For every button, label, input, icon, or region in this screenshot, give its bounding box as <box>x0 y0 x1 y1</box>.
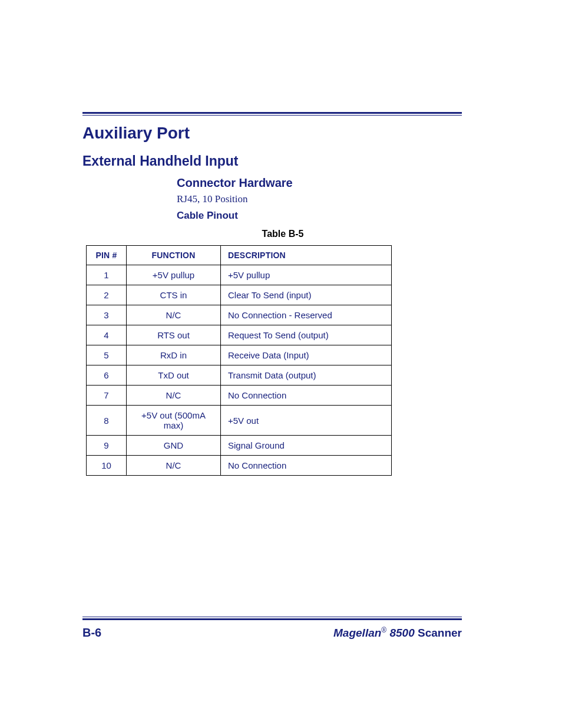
col-header-description: DESCRIPTION <box>221 246 392 265</box>
cell-function: N/C <box>127 305 221 325</box>
cell-function: N/C <box>127 456 221 476</box>
cell-description: +5V out <box>221 406 392 436</box>
cell-description: +5V pullup <box>221 265 392 285</box>
connector-spec: RJ45, 10 Position <box>177 193 462 205</box>
cell-function: GND <box>127 436 221 456</box>
table-row: 10N/CNo Connection <box>87 456 392 476</box>
double-rule-top <box>82 112 462 116</box>
cell-function: CTS in <box>127 285 221 305</box>
cell-pin: 5 <box>87 345 127 365</box>
cell-pin: 2 <box>87 285 127 305</box>
table-row: 6TxD outTransmit Data (output) <box>87 365 392 386</box>
table-row: 7N/CNo Connection <box>87 386 392 406</box>
table-row: 9GNDSignal Ground <box>87 436 392 456</box>
footer-product: Scanner <box>418 627 462 639</box>
cell-function: +5V pullup <box>127 265 221 285</box>
page-footer: B-6 Magellan® 8500 Scanner <box>82 617 462 640</box>
cell-function: RxD in <box>127 345 221 365</box>
cell-pin: 7 <box>87 386 127 406</box>
registered-mark-icon: ® <box>381 626 386 634</box>
cell-description: Request To Send (output) <box>221 325 392 345</box>
cell-pin: 10 <box>87 456 127 476</box>
cell-description: No Connection <box>221 386 392 406</box>
cell-pin: 4 <box>87 325 127 345</box>
page-number: B-6 <box>82 626 101 640</box>
footer-brand: Magellan <box>333 627 381 639</box>
cell-function: N/C <box>127 386 221 406</box>
table-caption: Table B-5 <box>177 229 389 239</box>
table-row: 2CTS inClear To Send (input) <box>87 285 392 305</box>
table-row: 4RTS outRequest To Send (output) <box>87 325 392 345</box>
footer-model: 8500 <box>386 627 418 639</box>
col-header-pin: PIN # <box>87 246 127 265</box>
cell-description: No Connection - Reserved <box>221 305 392 325</box>
cell-description: No Connection <box>221 456 392 476</box>
cell-description: Transmit Data (output) <box>221 365 392 386</box>
table-row: 1+5V pullup+5V pullup <box>87 265 392 285</box>
cell-description: Clear To Send (input) <box>221 285 392 305</box>
double-rule-bottom <box>82 617 462 620</box>
cell-function: +5V out (500mA max) <box>127 406 221 436</box>
cell-pin: 9 <box>87 436 127 456</box>
cell-pin: 3 <box>87 305 127 325</box>
cell-description: Signal Ground <box>221 436 392 456</box>
footer-title: Magellan® 8500 Scanner <box>333 626 462 640</box>
table-row: 5RxD inReceive Data (Input) <box>87 345 392 365</box>
cell-description: Receive Data (Input) <box>221 345 392 365</box>
heading-3: Connector Hardware <box>177 176 462 190</box>
table-row: 8+5V out (500mA max)+5V out <box>87 406 392 436</box>
heading-2: External Handheld Input <box>82 153 462 169</box>
table-header-row: PIN # FUNCTION DESCRIPTION <box>87 246 392 265</box>
pinout-table: PIN # FUNCTION DESCRIPTION 1+5V pullup+5… <box>86 245 392 476</box>
cell-function: TxD out <box>127 365 221 386</box>
heading-4: Cable Pinout <box>177 210 462 222</box>
cell-pin: 8 <box>87 406 127 436</box>
cell-pin: 1 <box>87 265 127 285</box>
col-header-function: FUNCTION <box>127 246 221 265</box>
heading-1: Auxiliary Port <box>82 124 462 143</box>
table-row: 3N/CNo Connection - Reserved <box>87 305 392 325</box>
cell-pin: 6 <box>87 365 127 386</box>
cell-function: RTS out <box>127 325 221 345</box>
